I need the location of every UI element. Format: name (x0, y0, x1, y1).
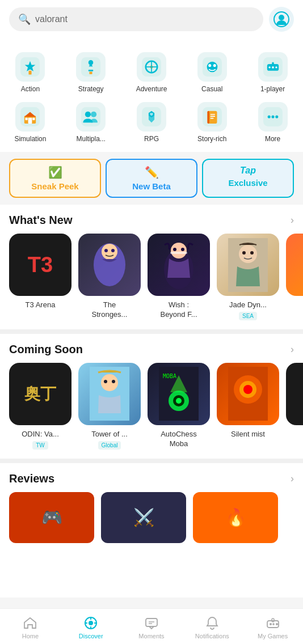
category-adventure[interactable]: Adventure (121, 48, 182, 98)
nav-moments[interactable]: Moments (121, 613, 182, 642)
game-tower-thumb (78, 363, 141, 425)
nav-discover-label: Discover (79, 633, 103, 639)
sneak-peek-icon: ✅ (48, 166, 62, 179)
game-li-thumb (286, 234, 303, 296)
game-silent-name: Silent mist (217, 430, 279, 439)
svg-rect-6 (90, 72, 92, 74)
game-tower-name: Tower of ... (78, 430, 141, 439)
game-strongest-thumb (78, 234, 141, 296)
svg-point-28 (85, 112, 91, 117)
coming-soon-section: Coming Soon › 奥丁 ODIN: Va... TW (0, 334, 303, 459)
whats-new-see-more[interactable]: › (291, 214, 294, 226)
rpg-icon (142, 107, 161, 126)
game-odin-name: ODIN: Va... (9, 430, 71, 439)
game-wish-thumb (148, 234, 210, 296)
simulation-label: Simulation (14, 135, 46, 143)
category-action[interactable]: Action (0, 48, 61, 98)
simulation-icon-bg (15, 102, 45, 132)
svg-point-51 (239, 245, 257, 263)
category-more[interactable]: More (242, 98, 303, 147)
game-tower-badge: Global (98, 441, 121, 450)
svg-rect-75 (146, 618, 157, 626)
search-icon: 🔍 (18, 13, 31, 26)
nav-home-label: Home (22, 633, 39, 639)
coming-soon-see-more[interactable]: › (291, 344, 294, 355)
nav-notifications-label: Notifications (195, 633, 229, 639)
game-li-name: Li Bra... (286, 300, 303, 310)
story-icon-bg (197, 102, 227, 132)
svg-rect-5 (89, 70, 94, 71)
svg-rect-35 (210, 116, 215, 117)
game-wish-beyond[interactable]: Wish :Beyond F... (148, 234, 210, 320)
simulation-icon (20, 107, 40, 126)
multiplayer-icon (81, 107, 100, 126)
svg-point-43 (104, 249, 108, 252)
strategy-icon (81, 57, 100, 77)
casual-label: Casual (201, 85, 222, 93)
svg-rect-3 (29, 71, 32, 75)
svg-rect-36 (210, 118, 213, 119)
game-strongest[interactable]: TheStronges... (78, 234, 141, 320)
review-thumb-1[interactable]: 🎮 (9, 492, 94, 543)
reviews-see-more[interactable]: › (291, 473, 294, 485)
adventure-label: Adventure (136, 85, 167, 93)
divider-2 (0, 459, 303, 463)
game-odin-thumb: 奥丁 (9, 363, 71, 425)
svg-point-80 (270, 623, 272, 625)
category-simulation[interactable]: Simulation (0, 98, 61, 147)
avatar-button[interactable] (269, 7, 294, 32)
game-autochess[interactable]: MOBA AutoChessMoba (148, 363, 210, 450)
game-ark-name: Ark En... (286, 430, 303, 439)
nav-my-games[interactable]: My Games (242, 613, 303, 642)
whats-new-section: What's New › T3 T3 Arena TheStr (0, 205, 303, 329)
game-tower-badge-wrap: Global (78, 439, 141, 450)
nav-notifications[interactable]: Notifications (182, 613, 242, 642)
game-ark[interactable]: EN Ark En... (286, 363, 303, 450)
review-thumb-3[interactable]: 🔥 (193, 492, 278, 543)
category-story[interactable]: Story-rich (182, 98, 242, 147)
svg-point-15 (213, 64, 216, 67)
game-t3-thumb: T3 (9, 234, 71, 296)
strategy-icon-bg (76, 52, 106, 82)
game-t3-arena[interactable]: T3 T3 Arena (9, 234, 71, 320)
category-1player[interactable]: 1-player (242, 48, 303, 98)
game-tower[interactable]: Tower of ... Global (78, 363, 141, 450)
odin-logo: 奥丁 (24, 383, 56, 405)
category-rpg[interactable]: RPG (121, 98, 182, 147)
divider-1 (0, 329, 303, 334)
svg-point-64 (176, 398, 182, 404)
casual-icon-bg (197, 52, 227, 82)
svg-point-21 (275, 66, 277, 68)
nav-discover[interactable]: Discover (61, 613, 121, 642)
reviews-header: Reviews › (0, 463, 303, 492)
game-silent-mist[interactable]: Silent mist (217, 363, 279, 450)
coming-soon-title: Coming Soon (9, 343, 83, 356)
notifications-icon (205, 616, 220, 630)
category-casual[interactable]: Casual (182, 48, 242, 98)
svg-point-46 (171, 243, 187, 259)
tower-character (90, 367, 129, 421)
more-icon-bg (258, 102, 288, 132)
game-odin-badge-wrap: TW (9, 439, 71, 450)
category-multiplayer[interactable]: Multipla... (61, 98, 121, 147)
tab-new-beta[interactable]: ✏️ New Beta (106, 159, 197, 198)
whats-new-header: What's New › (0, 205, 303, 234)
nav-my-games-label: My Games (258, 633, 288, 639)
category-strategy[interactable]: Strategy (61, 48, 121, 98)
game-li-bra[interactable]: Li Bra... (286, 234, 303, 320)
nav-home[interactable]: Home (0, 613, 61, 642)
search-input-wrap[interactable]: 🔍 valorant (9, 7, 263, 31)
svg-point-44 (111, 249, 115, 252)
game-jade-dyn[interactable]: Jade Dyn... SEA (217, 234, 279, 320)
odin-text: 奥丁 (24, 383, 56, 405)
review-thumb-2[interactable]: ⚔️ (101, 492, 186, 543)
game-silent-thumb (217, 363, 279, 425)
svg-point-52 (242, 251, 246, 255)
nav-moments-label: Moments (138, 633, 164, 639)
reviews-section: Reviews › 🎮 ⚔️ 🔥 (0, 463, 303, 598)
game-odin[interactable]: 奥丁 ODIN: Va... TW (9, 363, 71, 450)
tab-tap-exclusive[interactable]: Tap Exclusive (202, 159, 294, 198)
tab-sneak-peek[interactable]: ✅ Sneak Peek (9, 159, 101, 198)
svg-point-53 (250, 251, 254, 255)
game-wish-name: Wish :Beyond F... (148, 300, 210, 320)
